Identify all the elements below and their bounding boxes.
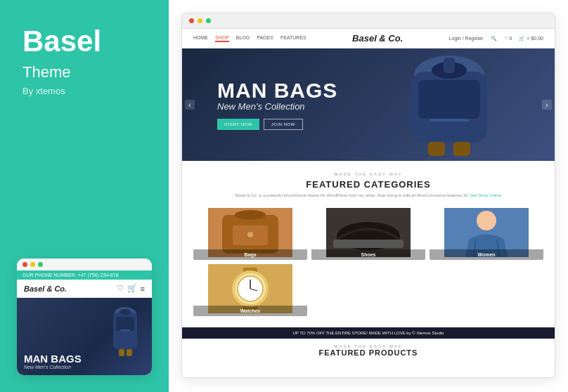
theme-label: Theme — [22, 63, 146, 81]
mobile-hero: MAN BAGS New Men's Collection — [17, 298, 152, 375]
svg-point-17 — [235, 210, 266, 220]
categories-eyebrow: MADE THE EASY WAY — [193, 172, 543, 176]
mobile-menu-icon: ≡ — [141, 285, 145, 293]
categories-link[interactable]: See Shop Online — [470, 193, 501, 197]
categories-desc: Basel & Co. is a powerful eCommerce them… — [193, 192, 543, 200]
svg-rect-4 — [119, 349, 124, 356]
svg-point-24 — [477, 211, 496, 230]
site-hero-btns: START NOW JOIN NOW — [217, 119, 337, 130]
mobile-hero-text: MAN BAGS New Men's Collection — [24, 353, 82, 370]
categories-grid: Bags Shoes — [193, 208, 543, 316]
browser-dot-red — [189, 18, 194, 23]
mobile-top-bar — [17, 259, 152, 270]
nav-home[interactable]: HOME — [193, 35, 208, 42]
browser-content: HOME SHOP BLOG PAGES FEATURES Basel & Co… — [182, 29, 555, 374]
nav-shop[interactable]: SHOP — [215, 35, 229, 42]
svg-rect-9 — [418, 80, 480, 119]
site-bottom-bar: UP TO 70% OFF THE ENTIRE STORE! MADE WIT… — [182, 327, 555, 339]
hero-heading: MAN BAGS — [217, 80, 337, 101]
dot-yellow — [30, 262, 35, 267]
mobile-header: Basel & Co. ♡ 🛒 ≡ — [17, 280, 152, 298]
svg-rect-10 — [430, 119, 469, 122]
cat-item-women[interactable]: Women — [430, 208, 543, 260]
dot-red — [22, 262, 27, 267]
cat-label-women: Women — [430, 249, 543, 260]
backpack-mobile-svg — [106, 301, 145, 365]
browser-mockup: HOME SHOP BLOG PAGES FEATURES Basel & Co… — [181, 13, 555, 378]
categories-title: FEATURED CATEGORIES — [193, 179, 543, 190]
mobile-logo: Basel & Co. — [24, 285, 67, 293]
hero-btn-join[interactable]: JOIN NOW — [264, 119, 303, 130]
site-nav: HOME SHOP BLOG PAGES FEATURES Basel & Co… — [182, 29, 555, 48]
hero-backpack-svg — [386, 51, 512, 156]
cat-item-watches[interactable]: Watches — [193, 264, 307, 316]
left-panel: Basel Theme By xtemos OUR PHONE NUMBER: … — [0, 0, 169, 392]
mobile-header-icons: ♡ 🛒 ≡ — [117, 284, 145, 293]
cat-item-shoes[interactable]: Shoes — [311, 208, 425, 260]
cart-icon[interactable]: 🛒 = $0.00 — [519, 36, 543, 41]
svg-point-19 — [247, 232, 253, 237]
site-nav-right: Login / Register 🔍 ♡ 0 🛒 = $0.00 — [449, 36, 543, 41]
dot-green — [38, 262, 43, 267]
theme-by: By xtemos — [22, 86, 146, 96]
cat-label-shoes: Shoes — [311, 249, 425, 260]
mobile-phone-bar: OUR PHONE NUMBER: +47 (756) 234-678 — [17, 270, 152, 280]
hero-arrow-left[interactable]: ‹ — [185, 100, 195, 110]
svg-rect-3 — [120, 329, 130, 331]
nav-blog[interactable]: BLOG — [236, 35, 250, 42]
site-hero-content: MAN BAGS New Men's Collection START NOW … — [182, 80, 337, 130]
cat-item-bags[interactable]: Bags — [193, 208, 307, 260]
svg-point-6 — [120, 309, 131, 315]
site-categories: MADE THE EASY WAY FEATURED CATEGORIES Ba… — [182, 161, 555, 327]
svg-rect-5 — [127, 349, 132, 356]
wishlist-icon[interactable]: ♡ 0 — [504, 36, 512, 41]
cat-label-bags: Bags — [193, 249, 307, 260]
theme-title: Basel — [22, 25, 146, 58]
featured-title: FEATURED PRODUCTS — [188, 348, 549, 357]
browser-dot-green — [206, 18, 211, 23]
cat-label-watches: Watches — [193, 306, 307, 316]
mobile-cart-icon: 🛒 — [127, 284, 137, 293]
site-nav-links: HOME SHOP BLOG PAGES FEATURES — [193, 35, 306, 42]
hero-sub: New Men's Collection — [217, 101, 337, 112]
svg-rect-14 — [444, 58, 455, 73]
site-hero: ‹ MAN BAGS New Men's Collection START NO… — [182, 48, 555, 161]
svg-rect-11 — [428, 142, 445, 156]
hero-btn-start[interactable]: START NOW — [217, 119, 259, 130]
mobile-hero-sub: New Men's Collection — [24, 365, 82, 370]
mobile-hero-heading: MAN BAGS — [24, 353, 82, 365]
svg-rect-22 — [333, 240, 404, 248]
featured-products-stub: MADE THE EASY WAY FEATURED PRODUCTS — [182, 339, 555, 362]
right-panel: HOME SHOP BLOG PAGES FEATURES Basel & Co… — [169, 0, 568, 392]
nav-login[interactable]: Login / Register — [449, 36, 484, 41]
svg-rect-2 — [116, 317, 134, 331]
mobile-heart-icon: ♡ — [117, 284, 124, 293]
svg-rect-12 — [453, 142, 470, 156]
nav-pages[interactable]: PAGES — [257, 35, 273, 42]
search-icon[interactable]: 🔍 — [491, 36, 497, 41]
hero-arrow-right[interactable]: › — [542, 100, 552, 110]
nav-features[interactable]: FEATURES — [280, 35, 306, 42]
browser-chrome — [182, 13, 555, 29]
mobile-preview: OUR PHONE NUMBER: +47 (756) 234-678 Base… — [17, 259, 152, 375]
site-logo: Basel & Co. — [352, 33, 403, 44]
browser-dot-yellow — [198, 18, 202, 23]
hero-backpack — [386, 51, 512, 159]
